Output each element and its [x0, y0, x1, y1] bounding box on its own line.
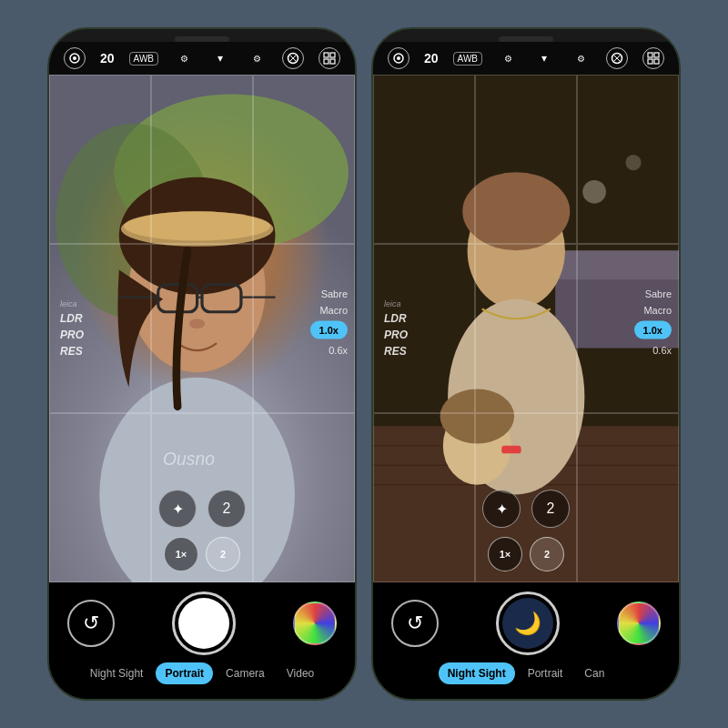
camera-feature-icons: ✦ 2: [158, 490, 246, 528]
chevron-icon-2[interactable]: ▾: [533, 47, 555, 69]
camera-actions-2: ↺ 🌙: [391, 592, 661, 655]
ev-icon-2[interactable]: [388, 47, 410, 69]
ldr-pill[interactable]: LDR: [60, 312, 84, 325]
zoom-1x-btn-2[interactable]: 1×: [488, 537, 522, 571]
shutter-icon-2[interactable]: [606, 47, 628, 69]
svg-rect-38: [555, 250, 679, 279]
portrait-phone: 20 AWB ⚙ ▾ ⚙: [47, 27, 357, 701]
pro-pill-2[interactable]: PRO: [384, 329, 408, 341]
tab-night-sight[interactable]: Night Sight: [81, 662, 153, 684]
tab-camera[interactable]: Camera: [217, 662, 274, 684]
zoom-selector-2: 1× 2: [488, 537, 564, 571]
zoom-1x-active-2[interactable]: 1.0x: [634, 321, 672, 339]
tab-video[interactable]: Video: [278, 662, 323, 684]
svg-rect-7: [324, 59, 329, 64]
zoom-2x-btn-2[interactable]: 2: [530, 537, 564, 571]
settings-icon-2[interactable]: ⚙: [497, 47, 519, 69]
left-mode-pills: leica LDR PRO RES: [60, 299, 84, 358]
camera-top-bar-2: 20 AWB ⚙ ▾ ⚙: [373, 42, 679, 75]
night-sight-phone: 20 AWB ⚙ ▾ ⚙: [371, 27, 681, 701]
grid-icon[interactable]: [318, 47, 340, 69]
right-mode-pills-2: Sabre Macro 1.0x 0.6x: [634, 288, 672, 356]
ev-icon[interactable]: [64, 47, 86, 69]
macro-pill[interactable]: Macro: [319, 305, 348, 316]
camera-feature-icons-2: ✦ 2: [482, 490, 570, 528]
svg-text:Ousno: Ousno: [163, 450, 215, 469]
awb-label[interactable]: AWB: [129, 52, 158, 66]
mode-tabs: Night Sight Portrait Camera Video: [67, 662, 337, 684]
tab-portrait-2[interactable]: Portrait: [519, 662, 572, 684]
ldr-pill-2[interactable]: LDR: [384, 312, 408, 325]
svg-point-14: [124, 211, 270, 240]
sparkle-btn-2[interactable]: ✦: [482, 490, 521, 528]
night-camera-bottom: ↺ 🌙 Night Sight Portrait Can: [373, 582, 679, 699]
macro-pill-2[interactable]: Macro: [643, 305, 672, 316]
ev-value-2: 20: [424, 51, 439, 66]
zoom-06x-2[interactable]: 0.6x: [652, 345, 672, 356]
svg-rect-31: [654, 59, 659, 64]
res-pill-2[interactable]: RES: [384, 345, 408, 358]
svg-point-43: [440, 389, 515, 444]
sparkle-btn[interactable]: ✦: [158, 490, 197, 528]
res-pill[interactable]: RES: [60, 345, 84, 358]
zoom-selector: 1× 2: [164, 537, 240, 571]
camera-top-bar: 20 AWB ⚙ ▾ ⚙: [49, 42, 355, 75]
settings2-icon[interactable]: ⚙: [246, 47, 268, 69]
rotate-btn[interactable]: ↺: [67, 600, 115, 647]
zoom-1x-btn[interactable]: 1×: [164, 537, 198, 571]
svg-rect-6: [330, 53, 335, 57]
portrait-camera-bottom: ↺ Night Sight Portrait Camera Video: [49, 582, 355, 699]
shutter-inner: [178, 598, 229, 649]
awb-label-2[interactable]: AWB: [453, 52, 482, 66]
tab-portrait[interactable]: Portrait: [156, 662, 213, 684]
sabre-pill-2[interactable]: Sabre: [645, 288, 672, 299]
night-viewfinder: leica LDR PRO RES Sabre Macro 1.0x 0.6x …: [373, 75, 679, 582]
night-shutter-btn[interactable]: 🌙: [496, 592, 560, 655]
chevron-icon[interactable]: ▾: [209, 47, 231, 69]
svg-rect-30: [648, 59, 652, 64]
pro-pill[interactable]: PRO: [60, 329, 84, 341]
gallery-thumb-2[interactable]: [617, 602, 661, 645]
settings-icon[interactable]: ⚙: [173, 47, 195, 69]
svg-rect-44: [501, 446, 521, 454]
sabre-pill[interactable]: Sabre: [321, 288, 348, 299]
portrait-number-btn-2[interactable]: 2: [531, 490, 570, 528]
night-shutter-inner: 🌙: [502, 598, 553, 649]
tab-can[interactable]: Can: [575, 662, 613, 684]
svg-point-46: [625, 155, 641, 170]
shutter-icon[interactable]: [282, 47, 304, 69]
zoom-1x-active[interactable]: 1.0x: [310, 321, 348, 339]
ev-value: 20: [100, 51, 115, 66]
mode-tabs-2: Night Sight Portrait Can: [391, 662, 661, 684]
leica-badge: leica: [60, 299, 84, 308]
svg-point-24: [397, 56, 400, 60]
grid-icon-2[interactable]: [642, 47, 664, 69]
leica-badge-2: leica: [384, 299, 408, 308]
settings2-icon-2[interactable]: ⚙: [570, 47, 592, 69]
svg-point-20: [189, 318, 205, 329]
svg-point-1: [73, 56, 76, 60]
svg-rect-8: [330, 59, 335, 64]
svg-point-45: [582, 180, 606, 204]
tab-night-sight-2[interactable]: Night Sight: [439, 662, 515, 684]
portrait-number-btn[interactable]: 2: [207, 490, 246, 528]
right-mode-pills: Sabre Macro 1.0x 0.6x: [310, 288, 348, 356]
shutter-btn[interactable]: [172, 592, 236, 655]
svg-rect-29: [654, 53, 659, 57]
left-mode-pills-2: leica LDR PRO RES: [384, 299, 408, 358]
svg-rect-5: [324, 53, 329, 57]
zoom-06x[interactable]: 0.6x: [329, 345, 348, 356]
zoom-2x-btn[interactable]: 2: [206, 537, 240, 571]
svg-point-40: [462, 172, 570, 250]
rotate-btn-2[interactable]: ↺: [391, 600, 439, 647]
svg-rect-28: [648, 53, 652, 57]
portrait-viewfinder: Ousno leica LDR PRO RES Sabre Macro: [49, 75, 355, 582]
camera-actions: ↺: [67, 592, 337, 655]
gallery-thumb[interactable]: [293, 602, 337, 645]
